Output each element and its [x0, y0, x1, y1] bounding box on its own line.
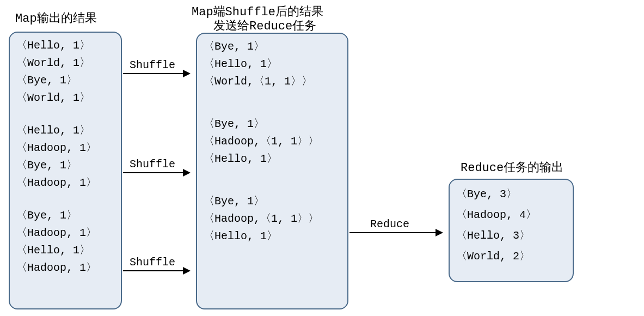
shuffle-line: 〈Bye, 1〉 — [204, 116, 341, 133]
arrow-shuffle-2 — [123, 172, 189, 173]
shuffle-group-0: 〈Bye, 1〉 〈Hello, 1〉 〈World,〈1, 1〉〉 — [204, 38, 341, 90]
map-line: 〈Bye, 1〉 — [16, 72, 114, 89]
map-line: 〈Hadoop, 1〉 — [16, 259, 114, 277]
map-group-1: 〈Hello, 1〉 〈Hadoop, 1〉 〈Bye, 1〉 〈Hadoop,… — [16, 122, 114, 192]
map-line: 〈Hadoop, 1〉 — [16, 174, 114, 192]
reduce-line: 〈Bye, 3〉 — [456, 184, 566, 205]
reduce-line: 〈Hadoop, 4〉 — [456, 205, 566, 226]
shuffle-line: 〈Bye, 1〉 — [204, 193, 341, 210]
shuffle-output-box: 〈Bye, 1〉 〈Hello, 1〉 〈World,〈1, 1〉〉 〈Bye,… — [196, 33, 348, 309]
title-map: Map输出的结果 — [15, 10, 97, 26]
shuffle-line: 〈Hadoop,〈1, 1〉〉 — [204, 133, 341, 150]
shuffle-line: 〈Bye, 1〉 — [204, 38, 341, 56]
arrow-reduce-label: Reduce — [370, 218, 409, 230]
title-shuffle-line2: 发送给Reduce任务 — [213, 17, 316, 34]
arrow-shuffle-1-label: Shuffle — [130, 59, 175, 71]
map-line: 〈Hello, 1〉 — [16, 37, 114, 54]
arrow-shuffle-3-label: Shuffle — [130, 256, 175, 269]
map-line: 〈Hello, 1〉 — [16, 242, 114, 259]
map-line: 〈World, 1〉 — [16, 54, 114, 72]
shuffle-line: 〈Hadoop,〈1, 1〉〉 — [204, 210, 341, 228]
title-reduce: Reduce任务的输出 — [461, 159, 563, 175]
map-line: 〈Hadoop, 1〉 — [16, 224, 114, 242]
arrow-shuffle-3 — [123, 270, 189, 271]
map-line: 〈Hadoop, 1〉 — [16, 139, 114, 157]
map-group-0: 〈Hello, 1〉 〈World, 1〉 〈Bye, 1〉 〈World, 1… — [16, 37, 114, 107]
map-line: 〈World, 1〉 — [16, 89, 114, 107]
reduce-line: 〈World, 2〉 — [456, 246, 566, 267]
map-line: 〈Bye, 1〉 — [16, 157, 114, 174]
map-line: 〈Bye, 1〉 — [16, 207, 114, 224]
shuffle-line: 〈World,〈1, 1〉〉 — [204, 73, 341, 90]
shuffle-line: 〈Hello, 1〉 — [204, 228, 341, 245]
arrow-reduce — [349, 232, 442, 233]
shuffle-line: 〈Hello, 1〉 — [204, 56, 341, 73]
reduce-output-box: 〈Bye, 3〉 〈Hadoop, 4〉 〈Hello, 3〉 〈World, … — [449, 179, 574, 282]
map-line: 〈Hello, 1〉 — [16, 122, 114, 139]
reduce-line: 〈Hello, 3〉 — [456, 226, 566, 246]
map-output-box: 〈Hello, 1〉 〈World, 1〉 〈Bye, 1〉 〈World, 1… — [9, 32, 122, 309]
arrow-shuffle-1 — [123, 73, 189, 74]
shuffle-line: 〈Hello, 1〉 — [204, 150, 341, 168]
shuffle-group-1: 〈Bye, 1〉 〈Hadoop,〈1, 1〉〉 〈Hello, 1〉 — [204, 116, 341, 168]
map-group-2: 〈Bye, 1〉 〈Hadoop, 1〉 〈Hello, 1〉 〈Hadoop,… — [16, 207, 114, 277]
shuffle-group-2: 〈Bye, 1〉 〈Hadoop,〈1, 1〉〉 〈Hello, 1〉 — [204, 193, 341, 245]
arrow-shuffle-2-label: Shuffle — [130, 158, 175, 171]
